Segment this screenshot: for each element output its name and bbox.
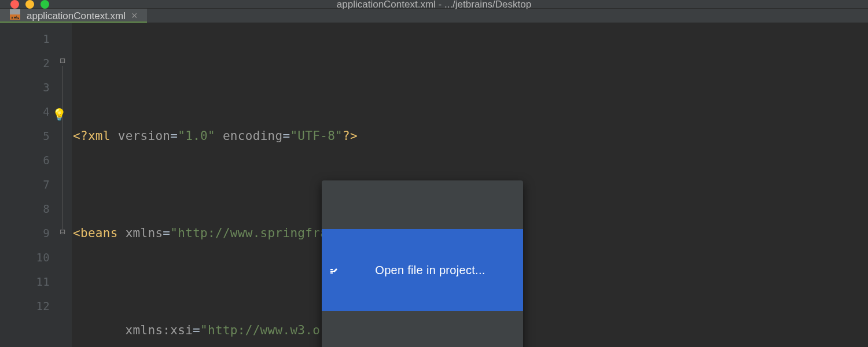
close-window-button[interactable] [10, 0, 19, 9]
edit-icon [329, 232, 369, 308]
popup-item-open-file[interactable]: Open file in project... [322, 229, 523, 311]
zoom-window-button[interactable] [41, 0, 49, 9]
fold-gutter: ⊟ ⊟ [58, 23, 72, 347]
intention-bulb-icon[interactable]: 💡 [52, 102, 67, 127]
minimize-window-button[interactable] [25, 0, 34, 9]
close-tab-icon[interactable]: × [131, 10, 138, 22]
editor-tab-bar: applicationContext.xml × [0, 9, 868, 23]
line-number: 7 [0, 172, 50, 197]
line-number: 6 [0, 148, 50, 172]
editor[interactable]: 1 2 3 4 5 6 7 8 9 10 11 12 ⊟ ⊟ 💡 <?xml v… [0, 23, 868, 347]
line-number: 10 [0, 245, 50, 270]
line-number: 9 [0, 221, 50, 245]
fold-expand-icon[interactable]: ⊟ [58, 228, 67, 236]
line-number: 5 [0, 124, 50, 148]
fold-collapse-icon[interactable]: ⊟ [58, 57, 67, 65]
editor-tab-label: applicationContext.xml [27, 10, 126, 22]
ide-window: applicationContext.xml - .../jetbrains/D… [0, 0, 868, 347]
code-area[interactable]: 💡 <?xml version="1.0" encoding="UTF-8"?>… [72, 23, 868, 347]
line-number: 3 [0, 75, 50, 99]
line-number: 8 [0, 197, 50, 221]
popup-item-label: Open file in project... [375, 262, 485, 278]
window-controls [0, 0, 49, 9]
line-number: 2 [0, 51, 50, 75]
svg-rect-0 [10, 9, 20, 14]
code-line: <?xml version="1.0" encoding="UTF-8"?> [73, 124, 868, 148]
line-number: 11 [0, 270, 50, 294]
line-number-gutter: 1 2 3 4 5 6 7 8 9 10 11 12 [0, 23, 58, 347]
xml-file-icon [9, 9, 21, 23]
intention-popup: Open file in project... Press ⌥Space to … [322, 180, 523, 347]
editor-tab[interactable]: applicationContext.xml × [0, 9, 147, 23]
line-number: 1 [0, 27, 50, 51]
line-number: 12 [0, 294, 50, 318]
window-title: applicationContext.xml - .../jetbrains/D… [0, 0, 868, 10]
line-number: 4 [0, 99, 50, 124]
titlebar: applicationContext.xml - .../jetbrains/D… [0, 0, 868, 9]
